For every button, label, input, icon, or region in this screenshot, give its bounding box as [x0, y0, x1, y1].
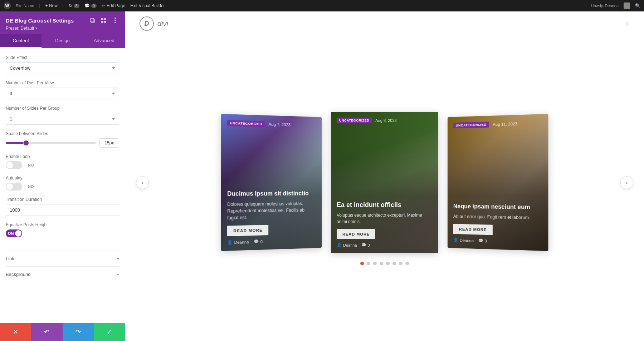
- site-header: D divi ○: [125, 11, 644, 36]
- background-section: Background ▾: [6, 266, 119, 282]
- svg-point-7: [114, 20, 116, 21]
- link-section: Link ▾: [6, 251, 119, 266]
- more-options-icon[interactable]: [111, 16, 119, 24]
- enable-loop-setting: Enable Loop NO: [6, 154, 119, 169]
- background-section-header[interactable]: Background ▾: [6, 272, 119, 277]
- carousel-area: ‹ UNCATEGORIZED Aug 7, 2023 Ducimus ipsu…: [125, 36, 644, 341]
- card-date: Aug 8, 2023: [375, 118, 396, 123]
- next-arrow-icon: ›: [626, 179, 628, 186]
- autoplay-state: NO: [28, 184, 34, 189]
- space-slider[interactable]: [6, 142, 96, 144]
- svg-point-6: [114, 18, 116, 19]
- card-author: 👤 Deanna: [453, 238, 474, 243]
- prev-arrow-icon: ‹: [141, 179, 143, 186]
- carousel-dots: [360, 262, 409, 265]
- main-content: D divi ○ ‹ UNCATEGORIZ: [125, 11, 644, 341]
- toggle-on-text: ON: [8, 231, 14, 236]
- space-value-input[interactable]: 15px: [99, 138, 119, 148]
- carousel-prev-button[interactable]: ‹: [136, 176, 149, 189]
- posts-per-view-select[interactable]: 1 2 3 4 5: [6, 88, 119, 99]
- space-between-label: Space between Slides: [6, 131, 119, 136]
- carousel-dot[interactable]: [405, 262, 409, 265]
- carousel-dot[interactable]: [380, 262, 383, 265]
- logo-text: divi: [157, 20, 168, 28]
- card-category-badge: UNCATEGORIZED: [453, 122, 489, 128]
- grid-icon[interactable]: [100, 16, 108, 24]
- slide-effect-label: Slide Effect: [6, 55, 119, 60]
- panel-header: DE Blog Carousel Settings Preset: Defaul…: [0, 11, 125, 34]
- tab-content[interactable]: Content: [0, 34, 42, 48]
- list-item: UNCATEGORIZED Aug 11, 2023 Neque ipsam n…: [448, 114, 548, 251]
- redo-icon: ↷: [75, 328, 81, 336]
- svg-rect-3: [104, 18, 106, 20]
- card-comments: 💬 0: [254, 239, 263, 244]
- save-button[interactable]: ✓: [94, 323, 125, 341]
- settings-panel: DE Blog Carousel Settings Preset: Defaul…: [0, 11, 125, 341]
- autoplay-toggle[interactable]: [6, 183, 22, 191]
- comments-button[interactable]: 💬 0: [84, 3, 97, 8]
- transition-duration-label: Transition Duration: [6, 197, 119, 202]
- carousel-next-button[interactable]: ›: [620, 176, 633, 189]
- logo-circle-icon: D: [140, 16, 154, 31]
- site-name-text: Site Name: [16, 4, 34, 8]
- read-more-button[interactable]: READ MORE: [453, 224, 493, 235]
- posts-per-view-label: Number of Post Per View: [6, 80, 119, 85]
- preset-selector[interactable]: Preset: Default ▾: [6, 26, 119, 31]
- read-more-button[interactable]: READ MORE: [227, 225, 268, 236]
- card-title: Ducimus ipsum sit distinctio: [227, 190, 316, 198]
- card-comments: 💬 0: [478, 238, 487, 243]
- posts-per-view-setting: Number of Post Per View 1 2 3 4 5: [6, 80, 119, 99]
- cancel-icon: ✕: [13, 328, 18, 336]
- transition-duration-input[interactable]: 1000: [6, 204, 119, 216]
- site-name-link[interactable]: Site Name: [16, 4, 34, 8]
- copy-icon[interactable]: [88, 16, 96, 24]
- cancel-button[interactable]: ✕: [0, 323, 31, 341]
- enable-loop-toggle[interactable]: [6, 161, 22, 169]
- card-title: Ea et incidunt officiis: [337, 201, 433, 209]
- svg-rect-5: [104, 21, 106, 23]
- card-category-badge: UNCATEGORIZED: [337, 118, 372, 123]
- card-author: 👤 Deanna: [227, 239, 249, 245]
- card-author: 👤 Deanna: [337, 243, 357, 247]
- search-icon[interactable]: 🔍: [635, 3, 640, 8]
- exit-builder-link[interactable]: Exit Visual Builder: [130, 3, 165, 8]
- card-date: Aug 11, 2023: [493, 122, 517, 127]
- carousel-dot[interactable]: [360, 262, 364, 265]
- svg-point-8: [114, 22, 116, 23]
- slides-per-group-select[interactable]: 1 2 3: [6, 113, 119, 125]
- edit-page-link[interactable]: ✏ Edit Page: [102, 3, 125, 8]
- carousel-dot[interactable]: [392, 262, 396, 265]
- carousel-dot[interactable]: [367, 262, 370, 265]
- carousel-dot[interactable]: [386, 262, 390, 265]
- wp-logo-icon[interactable]: W: [4, 2, 11, 9]
- site-logo: D divi: [140, 16, 168, 31]
- revisions-button[interactable]: ↻ 3: [69, 3, 79, 8]
- new-post-button[interactable]: + New: [45, 3, 57, 8]
- redo-button[interactable]: ↷: [63, 323, 94, 341]
- tab-design[interactable]: Design: [42, 34, 83, 48]
- list-item: UNCATEGORIZED Aug 8, 2023 Ea et incidunt…: [331, 112, 438, 253]
- tab-advanced[interactable]: Advanced: [83, 34, 125, 48]
- undo-button[interactable]: ↶: [31, 323, 62, 341]
- panel-actions: ✕ ↶ ↷ ✓: [0, 323, 125, 341]
- equalize-height-label: Equalize Posts Height: [6, 222, 119, 227]
- save-icon: ✓: [107, 328, 112, 336]
- card-date: Aug 7, 2023: [269, 122, 291, 127]
- list-item: UNCATEGORIZED Aug 7, 2023 Ducimus ipsum …: [221, 114, 322, 251]
- autoplay-label: Autoplay: [6, 176, 119, 181]
- preset-caret-icon: ▾: [35, 26, 37, 30]
- background-section-arrow-icon: ▾: [117, 272, 119, 277]
- panel-content-area: Slide Effect Coverflow Slide Fade Number…: [0, 48, 125, 323]
- site-search-icon[interactable]: ○: [625, 20, 630, 28]
- equalize-height-toggle[interactable]: ON: [6, 229, 22, 237]
- link-section-header[interactable]: Link ▾: [6, 256, 119, 261]
- svg-rect-4: [101, 21, 103, 23]
- read-more-button[interactable]: READ MORE: [337, 229, 375, 239]
- slide-effect-select[interactable]: Coverflow Slide Fade: [6, 62, 119, 74]
- carousel-cards: UNCATEGORIZED Aug 7, 2023 Ducimus ipsum …: [132, 112, 637, 253]
- carousel-dot[interactable]: [399, 262, 402, 265]
- carousel-dot[interactable]: [373, 262, 377, 265]
- link-section-title: Link: [6, 256, 14, 261]
- card-excerpt: Dolores quisquam molestias voluptas. Rep…: [227, 200, 316, 221]
- enable-loop-label: Enable Loop: [6, 154, 119, 159]
